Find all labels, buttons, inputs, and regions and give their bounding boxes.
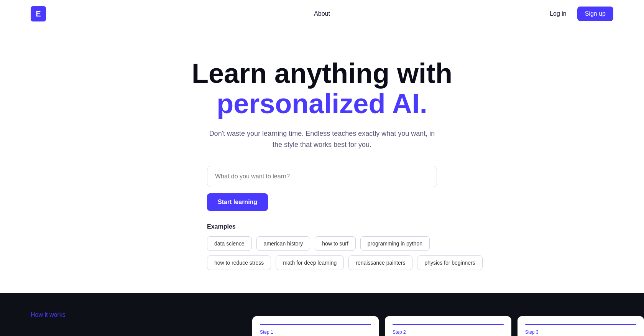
step2-line [393, 324, 504, 325]
step1-label: Step 1 [260, 329, 371, 335]
search-input[interactable] [207, 166, 437, 187]
example-chip-data-science[interactable]: data science [207, 236, 252, 251]
step-card-3: Step 3 [518, 316, 644, 336]
step-card-1: Step 1 [252, 316, 379, 336]
examples-label: Examples [207, 223, 437, 230]
hero-title-line2: personalized AI. [217, 88, 427, 119]
about-link[interactable]: About [314, 10, 330, 17]
examples-row-1: data science american history how to sur… [207, 236, 437, 251]
search-container: Start learning [207, 166, 437, 211]
example-chip-reduce-stress[interactable]: how to reduce stress [207, 255, 271, 270]
example-chip-renaissance-painters[interactable]: renaissance painters [348, 255, 412, 270]
signup-button[interactable]: Sign up [577, 7, 613, 21]
example-chip-american-history[interactable]: american history [256, 236, 310, 251]
step2-label: Step 2 [393, 329, 504, 335]
navbar: E About Log in Sign up [0, 0, 644, 28]
logo[interactable]: E [31, 6, 46, 21]
hero-subtitle: Don't waste your learning time. Endless … [207, 128, 437, 150]
login-button[interactable]: Log in [545, 7, 571, 20]
nav-right: Log in Sign up [545, 7, 613, 21]
example-chip-programming-python[interactable]: programming in python [360, 236, 430, 251]
step1-line [260, 324, 371, 325]
example-chip-math-deep-learning[interactable]: math for deep learning [276, 255, 344, 270]
step3-label: Step 3 [525, 329, 636, 335]
hero-section: Learn anything with personalized AI. Don… [0, 28, 644, 293]
logo-letter: E [36, 10, 41, 18]
how-it-works-label: How it works [31, 311, 66, 318]
step3-line [525, 324, 636, 325]
steps-preview: Step 1 Step 2 Step 3 [252, 316, 644, 336]
example-chip-physics-beginners[interactable]: physics for beginners [417, 255, 482, 270]
start-learning-button[interactable]: Start learning [207, 193, 268, 211]
examples-grid: data science american history how to sur… [207, 236, 437, 270]
step-card-2: Step 2 [385, 316, 511, 336]
nav-center: About [314, 10, 330, 17]
hero-title-line1: Learn anything with [192, 58, 452, 89]
example-chip-how-to-surf[interactable]: how to surf [315, 236, 355, 251]
bottom-section: How it works Step 1 Step 2 Step 3 [0, 293, 644, 336]
examples-section: Examples data science american history h… [207, 223, 437, 270]
hero-title: Learn anything with personalized AI. [192, 58, 452, 119]
examples-row-2: how to reduce stress math for deep learn… [207, 255, 437, 270]
